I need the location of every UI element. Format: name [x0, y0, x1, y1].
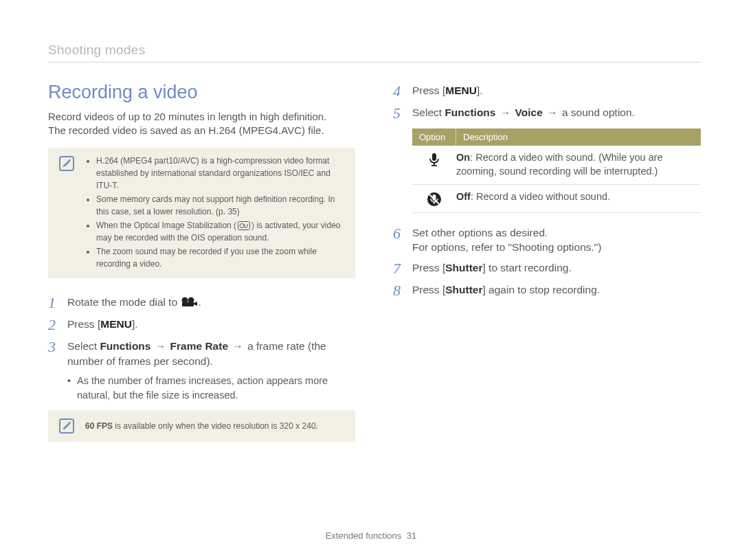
step-body-5: Select Functions → Voice → a sound optio… — [412, 105, 701, 120]
mic-on-icon — [412, 151, 456, 178]
fps-note-box: 60 FPS is available only when the video … — [48, 410, 355, 442]
option-off-label: Off — [456, 191, 471, 202]
step-2-post: ]. — [132, 318, 138, 330]
step-4-pre: Press [ — [412, 85, 445, 96]
step-3-functions: Functions — [100, 340, 150, 352]
step-body-2: Press [MENU]. — [67, 317, 355, 332]
note-bullet-3: When the Optical Image Stabilization () … — [96, 219, 346, 244]
step-6-line2: For options, refer to "Shooting options.… — [412, 241, 602, 253]
step-body-8: Press [Shutter] again to stop recording. — [412, 282, 701, 298]
mic-off-icon — [412, 190, 456, 207]
table-header-option: Option — [412, 128, 456, 146]
step-number-5: 5 — [393, 105, 412, 122]
step-5-functions: Functions — [445, 107, 495, 118]
ois-icon — [238, 221, 250, 230]
step-number-7: 7 — [393, 260, 412, 277]
step-6-line1: Set other options as desired. — [412, 227, 548, 238]
note-bullet-1: H.264 (MPEG4 part10/AVC) is a high-compr… — [96, 155, 346, 192]
divider — [48, 62, 701, 63]
info-note-box: H.264 (MPEG4 part10/AVC) is a high-compr… — [48, 148, 355, 278]
page-number: 31 — [407, 530, 416, 541]
step-7-pre: Press [ — [412, 262, 445, 273]
intro-line-2: The recorded video is saved as an H.264 … — [48, 124, 324, 136]
svg-point-1 — [240, 223, 244, 227]
step-body-1: Rotate the mode dial to . — [67, 295, 355, 311]
svg-rect-4 — [182, 302, 194, 306]
step-8-pre: Press [ — [412, 284, 445, 295]
note-bullet-4: The zoom sound may be recorded if you us… — [96, 245, 346, 270]
left-column: Recording a video Record videos of up to… — [48, 82, 355, 442]
arrow-icon: → — [229, 340, 246, 352]
arrow-icon: → — [497, 107, 513, 118]
page-title: Recording a video — [48, 82, 355, 103]
option-on-label: On — [456, 152, 470, 163]
step-1-post: . — [199, 296, 201, 308]
table-header-description: Description — [456, 128, 701, 146]
arrow-icon: → — [544, 107, 561, 118]
svg-rect-5 — [432, 153, 436, 161]
step-body-6: Set other options as desired. For option… — [412, 225, 701, 255]
step-5-post: a sound option. — [562, 107, 635, 118]
table-header: Option Description — [412, 128, 701, 146]
page-footer: Extended functions 31 — [0, 530, 742, 541]
info-icon — [59, 156, 74, 171]
step-1-pre: Rotate the mode dial to — [67, 296, 181, 308]
step-number-4: 4 — [393, 83, 412, 100]
video-mode-icon — [181, 296, 198, 311]
footer-label: Extended functions — [326, 530, 402, 541]
step-body-7: Press [Shutter] to start recording. — [412, 260, 701, 276]
table-row-off-desc: Off: Record a video without sound. — [456, 190, 701, 207]
step-number-8: 8 — [393, 282, 412, 299]
table-row: On: Record a video with sound. (While yo… — [412, 146, 701, 184]
step-body-3: Select Functions → Frame Rate → a frame … — [67, 339, 355, 368]
step-3-sub-bullet: As the number of frames increases, actio… — [67, 374, 355, 402]
intro-text: Record videos of up to 20 minutes in len… — [48, 110, 355, 138]
step-body-4: Press [MENU]. — [412, 83, 701, 98]
step-4-post: ]. — [477, 85, 483, 96]
shutter-label: Shutter — [445, 284, 482, 295]
step-number-1: 1 — [48, 295, 67, 311]
menu-label: MENU — [100, 318, 132, 330]
intro-line-1: Record videos of up to 20 minutes in len… — [48, 111, 326, 122]
arrow-icon: → — [152, 340, 168, 352]
info-icon — [59, 418, 74, 434]
step-7-post: ] to start recording. — [482, 262, 571, 273]
note-bullet-2: Some memory cards may not support high d… — [96, 193, 346, 218]
step-2-pre: Press [ — [67, 318, 100, 330]
breadcrumb: Shooting modes — [48, 43, 701, 58]
step-number-3: 3 — [48, 339, 67, 355]
shutter-label: Shutter — [445, 262, 482, 273]
step-8-post: ] again to stop recording. — [482, 284, 600, 295]
fps-note-rest: is available only when the video resolut… — [113, 421, 318, 431]
sound-option-table: Option Description On: Record a video wi… — [412, 128, 701, 212]
menu-label: MENU — [445, 85, 477, 96]
step-5-pre: Select — [412, 107, 445, 118]
table-row: Off: Record a video without sound. — [412, 185, 701, 213]
fps-note-bold: 60 FPS — [85, 421, 113, 431]
step-number-2: 2 — [48, 317, 67, 333]
table-row-on-desc: On: Record a video with sound. (While yo… — [456, 151, 701, 178]
note-bullet-3a: When the Optical Image Stabilization ( — [96, 221, 236, 230]
option-on-text: : Record a video with sound. (While you … — [456, 152, 663, 177]
step-3-pre: Select — [67, 340, 100, 352]
step-number-6: 6 — [393, 225, 412, 242]
step-5-voice: Voice — [515, 107, 543, 118]
step-3-framerate: Frame Rate — [170, 340, 228, 352]
fps-note-text: 60 FPS is available only when the video … — [85, 420, 346, 432]
option-off-text: : Record a video without sound. — [471, 191, 610, 202]
right-column: 4 Press [MENU]. 5 Select Functions → Voi… — [393, 82, 701, 442]
